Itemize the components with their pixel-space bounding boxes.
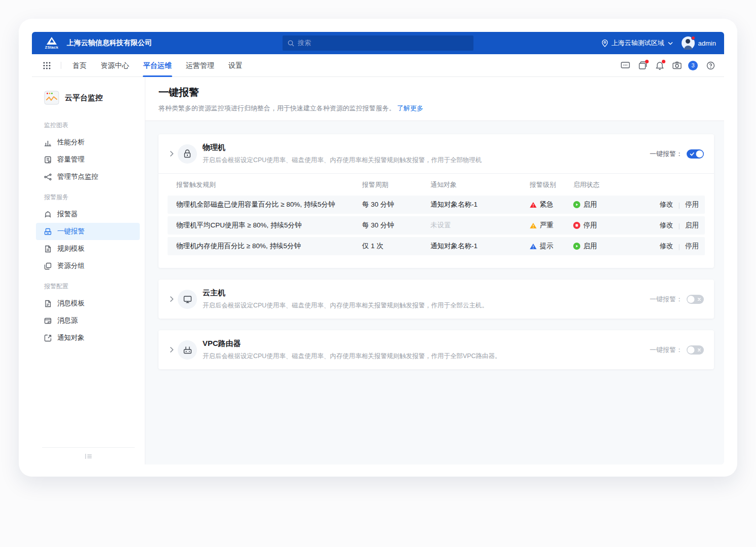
avatar-notification-dot bbox=[691, 36, 695, 40]
bar-chart-icon bbox=[44, 139, 52, 146]
console-monitor-icon[interactable] bbox=[621, 61, 630, 69]
sidebar-item-alarm[interactable]: 报警器 bbox=[36, 206, 140, 223]
sidebar-item-notify-target[interactable]: 通知对象 bbox=[36, 329, 140, 346]
sidebar-item-message-template[interactable]: 消息模板 bbox=[36, 295, 140, 312]
message-source-icon bbox=[44, 317, 52, 325]
nav-item-home[interactable]: 首页 bbox=[71, 54, 88, 77]
level-cell: 紧急 bbox=[530, 200, 573, 209]
table-row: 物理机全部磁盘已使用容量百分比 ≥ 80%, 持续5分钟 每 30 分钟 通知对… bbox=[168, 196, 705, 214]
zstack-logo: ZStack bbox=[41, 37, 62, 50]
toggle-label: 一键报警： bbox=[650, 295, 683, 304]
camera-icon[interactable] bbox=[672, 61, 682, 69]
learn-more-link[interactable]: 了解更多 bbox=[397, 104, 423, 112]
nav-divider bbox=[61, 62, 61, 69]
capacity-icon bbox=[44, 156, 52, 164]
physical-machine-icon bbox=[178, 144, 197, 164]
expand-chevron-icon[interactable] bbox=[167, 150, 177, 157]
modify-link[interactable]: 修改 bbox=[659, 200, 673, 209]
sidebar-collapse-button[interactable] bbox=[42, 447, 135, 464]
toggle-label: 一键报警： bbox=[650, 149, 683, 159]
snapshot-count-badge[interactable]: 3 bbox=[688, 61, 698, 70]
disable-link[interactable]: 停用 bbox=[685, 200, 699, 209]
card-title: 云主机 bbox=[203, 288, 488, 298]
sidebar-item-resource-group[interactable]: 资源分组 bbox=[36, 257, 140, 275]
card-description: 开启后会根据设定CPU使用率、磁盘使用率、内存使用率相关报警规则触发报警，作用于… bbox=[203, 301, 488, 310]
card-physical-machine: 物理机 开启后会根据设定CPU使用率、磁盘使用率、内存使用率相关报警规则触发报警… bbox=[158, 134, 714, 268]
avatar-figure bbox=[686, 39, 690, 44]
enable-link[interactable]: 启用 bbox=[685, 221, 699, 230]
sidebar-item-rule-template[interactable]: 规则模板 bbox=[36, 240, 140, 257]
message-template-icon bbox=[44, 300, 52, 307]
disable-link[interactable]: 停用 bbox=[685, 242, 699, 251]
app-grid-icon[interactable] bbox=[43, 62, 51, 69]
one-key-alarm-toggle-off[interactable] bbox=[687, 295, 704, 304]
vpc-router-icon bbox=[178, 340, 197, 360]
one-key-alarm-icon bbox=[44, 228, 52, 236]
modify-link[interactable]: 修改 bbox=[659, 221, 673, 230]
card-header: VPC路由器 开启后会根据设定CPU使用率、磁盘使用率、内存使用率相关报警规则触… bbox=[158, 330, 714, 369]
card-vm-instance: 云主机 开启后会根据设定CPU使用率、磁盘使用率、内存使用率相关报警规则触发报警… bbox=[158, 280, 714, 319]
warning-triangle-icon bbox=[530, 202, 537, 208]
warning-triangle-icon bbox=[530, 243, 537, 250]
sidebar: 云平台监控 监控图表 性能分析 容量管理 管理节点监控 bbox=[32, 77, 145, 464]
sidebar-item-one-key-alarm[interactable]: 一键报警 bbox=[36, 223, 140, 240]
rule-cell: 物理机平均CPU使用率 ≥ 80%, 持续5分钟 bbox=[176, 221, 362, 230]
disabled-status-icon bbox=[573, 222, 580, 229]
warning-triangle-icon bbox=[530, 222, 537, 229]
company-name: 上海云轴信息科技有限公司 bbox=[67, 38, 152, 48]
toggle-label: 一键报警： bbox=[650, 345, 683, 355]
navbar: 首页 资源中心 平台运维 运营管理 设置 bbox=[32, 54, 724, 77]
search-input[interactable]: 搜索 bbox=[283, 35, 473, 51]
expand-chevron-icon[interactable] bbox=[167, 296, 177, 302]
table-row: 物理机平均CPU使用率 ≥ 80%, 持续5分钟 每 30 分钟 未设置 严重 bbox=[168, 216, 705, 235]
search-placeholder: 搜索 bbox=[298, 38, 311, 48]
period-cell: 每 30 分钟 bbox=[362, 221, 430, 230]
one-key-alarm-toggle-on[interactable] bbox=[687, 149, 704, 159]
search-icon bbox=[288, 40, 294, 47]
enabled-status-icon bbox=[573, 201, 580, 208]
zstack-logo-icon bbox=[47, 37, 57, 45]
page-title: 一键报警 bbox=[158, 86, 711, 99]
content-area: 物理机 开启后会根据设定CPU使用率、磁盘使用率、内存使用率相关报警规则触发报警… bbox=[145, 121, 724, 464]
status-cell: 启用 bbox=[573, 200, 623, 209]
card-description: 开启后会根据设定CPU使用率、磁盘使用率、内存使用率相关报警规则触发报警，作用于… bbox=[203, 352, 501, 361]
one-key-alarm-toggle-off[interactable] bbox=[687, 345, 704, 355]
help-icon[interactable] bbox=[706, 61, 715, 70]
bell-icon[interactable] bbox=[656, 61, 664, 70]
sidebar-item-capacity-management[interactable]: 容量管理 bbox=[36, 151, 140, 168]
sidebar-section-label: 报警服务 bbox=[32, 185, 145, 206]
table-header-row: 报警触发规则 报警周期 通知对象 报警级别 启用状态 bbox=[168, 174, 705, 196]
app-window: ZStack 上海云轴信息科技有限公司 搜索 上海云轴测试区域 admin bbox=[19, 19, 737, 477]
tasks-icon[interactable] bbox=[639, 61, 647, 69]
sidebar-item-performance-analysis[interactable]: 性能分析 bbox=[36, 134, 140, 151]
zstack-logo-text: ZStack bbox=[45, 45, 58, 50]
bell-badge-dot bbox=[662, 60, 665, 63]
period-cell: 每 30 分钟 bbox=[362, 200, 430, 209]
page-subtitle: 将种类繁多的资源监控项进行归纳整合，用于快速建立各种资源的监控报警服务。 bbox=[158, 104, 395, 112]
modify-link[interactable]: 修改 bbox=[659, 242, 673, 251]
nav-item-operations[interactable]: 运营管理 bbox=[185, 54, 215, 77]
alarm-icon bbox=[44, 211, 52, 218]
sidebar-item-management-node-monitor[interactable]: 管理节点监控 bbox=[36, 168, 140, 185]
collapse-sidebar-icon bbox=[85, 453, 92, 459]
alarm-rules-table: 报警触发规则 报警周期 通知对象 报警级别 启用状态 物理机全部磁盘已使用容量百… bbox=[158, 173, 714, 268]
level-cell: 严重 bbox=[530, 221, 573, 230]
card-vpc-router: VPC路由器 开启后会根据设定CPU使用率、磁盘使用率、内存使用率相关报警规则触… bbox=[158, 330, 714, 369]
card-title: VPC路由器 bbox=[203, 339, 501, 348]
card-description: 开启后会根据设定CPU使用率、磁盘使用率、内存使用率相关报警规则触发报警，作用于… bbox=[203, 156, 482, 165]
avatar[interactable] bbox=[682, 36, 695, 50]
nav-item-settings[interactable]: 设置 bbox=[227, 54, 244, 77]
notify-cell: 通知对象名称-1 bbox=[430, 242, 530, 251]
region-selector[interactable]: 上海云轴测试区域 bbox=[612, 38, 664, 48]
node-monitor-icon bbox=[44, 173, 52, 181]
cloud-monitor-app-icon bbox=[44, 90, 59, 105]
chevron-down-icon[interactable] bbox=[668, 42, 673, 45]
expand-chevron-icon[interactable] bbox=[167, 346, 177, 353]
sidebar-item-message-source[interactable]: 消息源 bbox=[36, 312, 140, 329]
username[interactable]: admin bbox=[698, 40, 716, 47]
page-header: 一键报警 将种类繁多的资源监控项进行归纳整合，用于快速建立各种资源的监控报警服务… bbox=[145, 77, 724, 121]
nav-item-resource-center[interactable]: 资源中心 bbox=[100, 54, 130, 77]
rule-cell: 物理机全部磁盘已使用容量百分比 ≥ 80%, 持续5分钟 bbox=[176, 200, 362, 209]
status-cell: 停用 bbox=[573, 221, 623, 230]
nav-item-platform-ops[interactable]: 平台运维 bbox=[142, 54, 173, 77]
